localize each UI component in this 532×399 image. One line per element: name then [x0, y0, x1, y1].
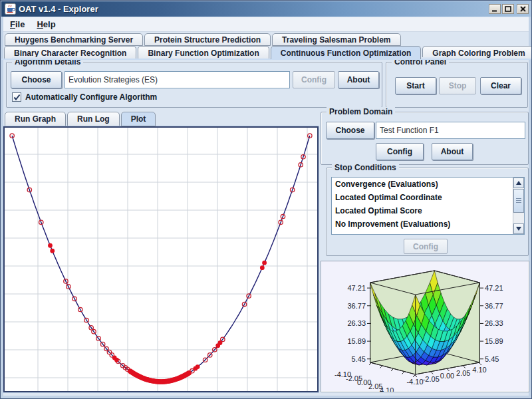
run-tab-plot[interactable]: Plot [121, 112, 156, 126]
menu-bar: File Help [3, 17, 529, 32]
stop-conditions-list[interactable]: Convergence (Evaluations)Located Optimal… [331, 177, 525, 235]
clear-button[interactable]: Clear [480, 77, 521, 94]
domain-tab-row-1: Huygens Benchmarking ServerProtein Struc… [5, 33, 401, 46]
stop-conditions-config-button[interactable]: Config [404, 239, 448, 254]
stop-condition-item[interactable]: Located Optimal Coordinate [332, 191, 524, 204]
svg-text:2.05: 2.05 [456, 369, 470, 377]
function-plot-2d [5, 128, 317, 391]
algorithm-choose-button[interactable]: Choose [11, 71, 62, 88]
svg-text:26.33: 26.33 [485, 319, 503, 327]
close-button[interactable] [517, 4, 529, 14]
maximize-icon [505, 6, 511, 12]
stop-conditions-group: Stop Conditions Convergence (Evaluations… [326, 168, 529, 256]
auto-configure-label: Automatically Configure Algorithm [25, 92, 157, 102]
tab-huygens-benchmarking-server[interactable]: Huygens Benchmarking Server [5, 33, 143, 46]
stop-condition-item[interactable]: Located Optimal Score [332, 204, 524, 217]
problem-domain-title: Problem Domain [327, 107, 395, 116]
domain-value-field[interactable] [376, 122, 525, 139]
algorithm-value-field[interactable] [65, 71, 290, 88]
svg-text:-4.10: -4.10 [406, 378, 423, 386]
tab-binary-function-optimization[interactable]: Binary Function Optimization [138, 46, 269, 59]
java-cup-icon [5, 3, 16, 15]
svg-text:5.45: 5.45 [352, 355, 366, 363]
domain-choose-button[interactable]: Choose [326, 122, 374, 139]
stop-condition-item[interactable]: No Improvement (Evaluations) [332, 217, 524, 231]
auto-configure-checkbox[interactable] [12, 92, 21, 102]
algorithm-about-button[interactable]: About [338, 71, 379, 88]
scroll-down-button[interactable] [513, 223, 524, 234]
scroll-up-button[interactable] [513, 178, 524, 188]
function-plot-3d: 5.455.4515.8915.8926.3326.3336.7736.7747… [321, 261, 529, 392]
stop-button[interactable]: Stop [439, 77, 476, 94]
tab-traveling-salesman-problem[interactable]: Traveling Salesman Problem [272, 33, 400, 46]
surface-plot-panel: 5.455.4515.8915.8926.3326.3336.7736.7747… [321, 261, 529, 392]
run-tab-run-graph[interactable]: Run Graph [5, 112, 66, 126]
domain-config-button[interactable]: Config [376, 143, 424, 160]
svg-text:47.21: 47.21 [347, 284, 366, 292]
menu-file[interactable]: File [5, 18, 30, 31]
svg-text:36.77: 36.77 [485, 302, 503, 310]
svg-text:47.21: 47.21 [485, 284, 503, 292]
stop-conditions-title: Stop Conditions [332, 163, 399, 172]
tab-continuous-function-optimization[interactable]: Continuous Function Optimization [271, 46, 422, 59]
run-tab-run-log[interactable]: Run Log [67, 112, 120, 126]
domain-about-button[interactable]: About [432, 143, 473, 160]
menu-help[interactable]: Help [31, 18, 61, 31]
minimize-icon [491, 6, 498, 12]
problem-domain-group: Problem Domain Choose Config About [321, 112, 529, 165]
svg-text:4.10: 4.10 [380, 386, 394, 392]
title-bar[interactable]: OAT v1.4 - Explorer [1, 1, 531, 17]
svg-text:5.45: 5.45 [485, 355, 499, 363]
minimize-button[interactable] [489, 4, 501, 14]
tab-protein-structure-prediction[interactable]: Protein Structure Prediction [144, 33, 271, 46]
svg-text:0.00: 0.00 [440, 372, 454, 380]
svg-text:4.10: 4.10 [472, 366, 486, 374]
start-button[interactable]: Start [395, 77, 436, 94]
svg-text:-2.05: -2.05 [423, 375, 440, 383]
window-title: OAT v1.4 - Explorer [19, 4, 487, 14]
app-window: OAT v1.4 - Explorer File Help Huygens Be… [0, 0, 532, 399]
close-icon [520, 6, 526, 12]
maximize-button[interactable] [502, 4, 514, 14]
stop-condition-item[interactable]: Convergence (Evaluations) [332, 178, 524, 191]
control-panel-group: Control Panel Start Stop Clear [386, 62, 528, 108]
svg-text:15.89: 15.89 [347, 337, 366, 345]
svg-text:36.77: 36.77 [347, 302, 366, 310]
scroll-thumb[interactable] [513, 189, 524, 213]
auto-configure-checkbox-row: Automatically Configure Algorithm [12, 92, 157, 102]
svg-text:15.89: 15.89 [485, 337, 503, 345]
run-tab-row: Run GraphRun LogPlot [5, 112, 156, 126]
plot-panel [3, 126, 319, 392]
check-icon [13, 94, 21, 101]
stop-conditions-scrollbar[interactable] [513, 178, 524, 234]
algorithm-config-button[interactable]: Config [293, 71, 335, 88]
arrow-down-icon [516, 227, 521, 231]
algorithm-details-group: Algorithm Details Choose Config About Au… [6, 62, 382, 108]
arrow-up-icon [516, 181, 521, 185]
tab-content-edge [1, 59, 531, 60]
svg-text:26.33: 26.33 [347, 319, 366, 327]
